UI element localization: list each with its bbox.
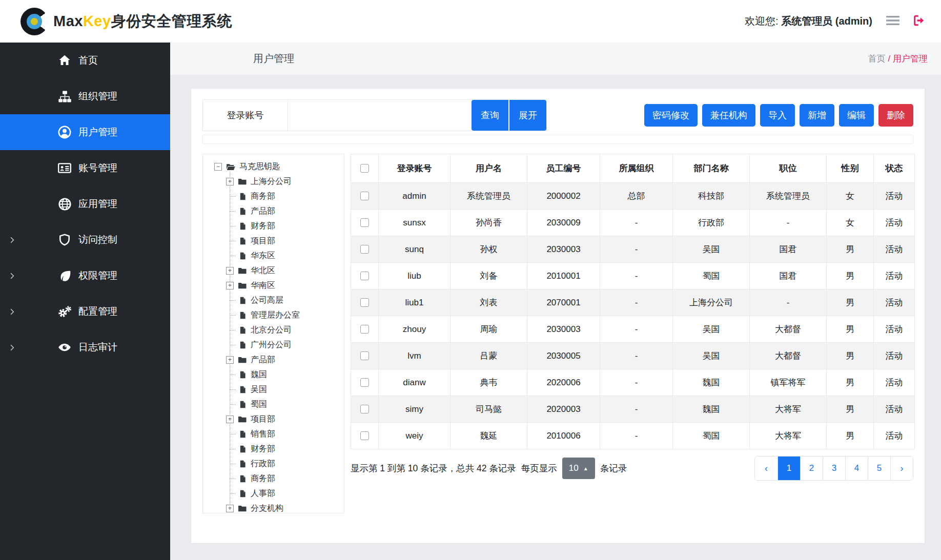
table-row[interactable]: liub1刘表2070001-上海分公司-男活动	[351, 289, 915, 316]
table-row[interactable]: lvm吕蒙2030005-吴国大都督男活动	[351, 343, 915, 369]
tree-node[interactable]: +产品部	[203, 352, 344, 367]
tree-node[interactable]: 销售部	[203, 427, 344, 442]
table-row[interactable]: weiy魏延2010006-蜀国大将军男活动	[351, 423, 915, 449]
tree-node[interactable]: +华南区	[203, 278, 344, 293]
row-checkbox[interactable]	[360, 245, 369, 254]
tree-node-label[interactable]: 华南区	[251, 280, 275, 291]
row-checkbox[interactable]	[360, 378, 369, 387]
tree-node-label[interactable]: 北京分公司	[251, 325, 292, 336]
query-button[interactable]: 查询	[472, 100, 508, 131]
tree-node[interactable]: 公司高层	[203, 293, 344, 308]
expand-icon[interactable]: +	[226, 282, 234, 289]
edit-button[interactable]: 编辑	[839, 104, 874, 127]
table-row[interactable]: zhouy周瑜2030003-吴国大都督男活动	[351, 316, 915, 343]
tree-node[interactable]: +分支机构	[203, 501, 344, 513]
tree-node-label[interactable]: 华北区	[251, 265, 275, 276]
tree-node-label[interactable]: 马克思钥匙	[239, 161, 280, 172]
tree-node[interactable]: +华北区	[203, 263, 344, 278]
page-button-5[interactable]: 5	[868, 457, 890, 480]
tree-node[interactable]: 蜀国	[203, 397, 344, 412]
row-checkbox[interactable]	[360, 298, 369, 307]
select-all-checkbox[interactable]	[360, 164, 369, 173]
logout-button[interactable]	[913, 14, 926, 28]
sidebar-item-config-mgmt[interactable]: 配置管理	[0, 294, 170, 329]
sidebar-item-permission-mgmt[interactable]: 权限管理	[0, 258, 170, 294]
expand-icon[interactable]: +	[226, 416, 234, 423]
tree-node-label[interactable]: 蜀国	[251, 399, 267, 410]
tree-node[interactable]: 商务部	[203, 471, 344, 486]
add-button[interactable]: 新增	[800, 104, 834, 127]
change-password-button[interactable]: 密码修改	[644, 104, 698, 127]
sidebar-item-account-mgmt[interactable]: 账号管理	[0, 150, 170, 186]
tree-node-label[interactable]: 商务部	[251, 473, 275, 484]
tree-node[interactable]: 财务部	[203, 442, 344, 457]
tree-node[interactable]: 管理层办公室	[203, 308, 344, 323]
page-button-3[interactable]: 3	[823, 457, 845, 480]
tree-node-label[interactable]: 项目部	[251, 236, 275, 246]
page-button-4[interactable]: 4	[845, 457, 868, 480]
sidebar-item-app-mgmt[interactable]: 应用管理	[0, 186, 170, 222]
tree-node[interactable]: 广州分公司	[203, 338, 344, 352]
page-size-dropdown[interactable]: 10 ▲	[562, 458, 595, 479]
row-checkbox[interactable]	[360, 218, 369, 227]
tree-node-label[interactable]: 产品部	[251, 355, 275, 365]
tree-node[interactable]: 商务部	[203, 189, 344, 204]
breadcrumb-home[interactable]: 首页	[868, 54, 886, 64]
row-checkbox[interactable]	[360, 351, 369, 360]
row-checkbox[interactable]	[360, 192, 369, 200]
tree-node-label[interactable]: 行政部	[251, 459, 275, 469]
tree-node[interactable]: 产品部	[203, 204, 344, 219]
sidebar-item-user-mgmt[interactable]: 用户管理	[0, 114, 170, 150]
tree-node-label[interactable]: 华东区	[251, 251, 275, 261]
tree-node-label[interactable]: 公司高层	[251, 295, 283, 306]
tree-node[interactable]: 吴国	[203, 382, 344, 397]
adjunct-org-button[interactable]: 兼任机构	[702, 104, 755, 127]
tree-node-label[interactable]: 管理层办公室	[251, 310, 300, 321]
next-page-button[interactable]: ›	[890, 457, 913, 480]
tree-node-label[interactable]: 财务部	[251, 444, 275, 454]
tree-node-label[interactable]: 分支机构	[251, 503, 283, 513]
tree-node-label[interactable]: 财务部	[251, 221, 275, 232]
delete-button[interactable]: 删除	[878, 104, 913, 127]
login-account-input[interactable]	[288, 100, 472, 131]
tree-node[interactable]: 北京分公司	[203, 323, 344, 338]
tree-node-label[interactable]: 销售部	[251, 429, 275, 440]
table-row[interactable]: dianw典韦2020006-魏国镇军将军男活动	[351, 369, 915, 396]
tree-node-label[interactable]: 广州分公司	[251, 340, 292, 350]
tree-node[interactable]: 魏国	[203, 367, 344, 382]
tree-node[interactable]: 华东区	[203, 248, 344, 263]
row-checkbox[interactable]	[360, 431, 369, 440]
expand-icon[interactable]: +	[226, 178, 234, 185]
page-button-1[interactable]: 1	[778, 457, 800, 480]
tree-node[interactable]: 人事部	[203, 486, 344, 501]
expand-button[interactable]: 展开	[509, 100, 546, 131]
tree-node[interactable]: 行政部	[203, 457, 344, 471]
row-checkbox[interactable]	[360, 272, 369, 280]
import-button[interactable]: 导入	[760, 104, 795, 127]
table-row[interactable]: liub刘备2010001-蜀国国君男活动	[351, 263, 915, 289]
table-row[interactable]: simy司马懿2020003-魏国大将军男活动	[351, 396, 915, 423]
tree-node[interactable]: 财务部	[203, 219, 344, 234]
row-checkbox[interactable]	[360, 405, 369, 413]
tree-node-label[interactable]: 产品部	[251, 206, 275, 217]
prev-page-button[interactable]: ‹	[755, 457, 778, 480]
tree-node-label[interactable]: 人事部	[251, 488, 275, 499]
expand-icon[interactable]: +	[226, 505, 234, 512]
sidebar-item-org-mgmt[interactable]: 组织管理	[0, 78, 170, 114]
collapse-icon[interactable]: −	[214, 163, 222, 171]
tree-node-label[interactable]: 魏国	[251, 369, 267, 380]
page-button-2[interactable]: 2	[800, 457, 823, 480]
expand-icon[interactable]: +	[226, 267, 234, 275]
table-row[interactable]: sunq孙权2030003-吴国国君男活动	[351, 236, 915, 263]
sidebar-item-access-control[interactable]: 访问控制	[0, 222, 170, 258]
tree-node-label[interactable]: 商务部	[251, 191, 275, 202]
sidebar-item-log-audit[interactable]: 日志审计	[0, 329, 170, 365]
expand-icon[interactable]: +	[226, 356, 234, 364]
sidebar-item-home[interactable]: 首页	[0, 43, 170, 78]
tree-node[interactable]: +上海分公司	[203, 174, 344, 189]
tree-node[interactable]: +项目部	[203, 412, 344, 427]
table-row[interactable]: sunsx孙尚香2030009-行政部-女活动	[351, 210, 915, 236]
menu-toggle-button[interactable]	[886, 15, 899, 28]
tree-node[interactable]: 项目部	[203, 234, 344, 248]
table-row[interactable]: admin系统管理员2000002总部科技部系统管理员女活动	[351, 183, 915, 210]
